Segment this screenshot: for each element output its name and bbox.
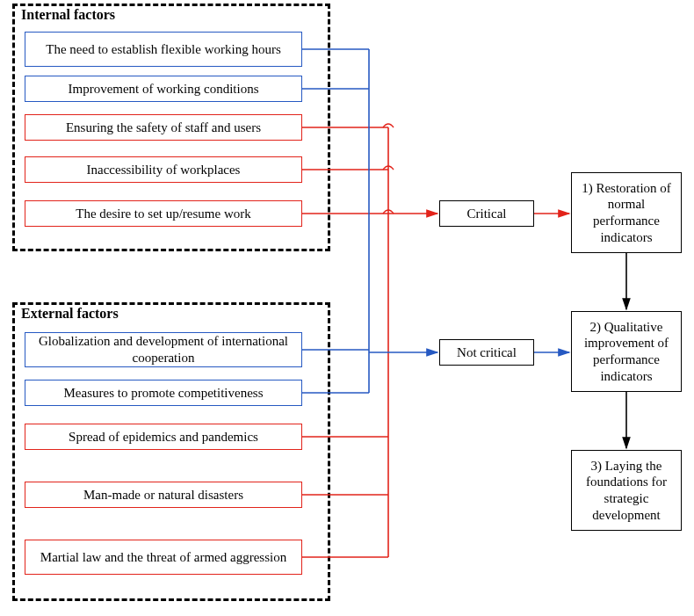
external-factor-3: Spread of epidemics and pandemics bbox=[25, 424, 302, 450]
outcome-1: 1) Restoration of normal performance ind… bbox=[571, 172, 682, 253]
internal-factor-1: The need to establish flexible working h… bbox=[25, 32, 302, 67]
external-factor-1: Globalization and development of interna… bbox=[25, 332, 302, 367]
internal-factor-4: Inaccessibility of workplaces bbox=[25, 156, 302, 183]
internal-factor-5: The desire to set up/resume work bbox=[25, 200, 302, 227]
outcome-2: 2) Qualitative improvement of performanc… bbox=[571, 311, 682, 392]
external-factor-5: Martial law and the threat of armed aggr… bbox=[25, 540, 302, 575]
internal-factor-2: Improvement of working conditions bbox=[25, 76, 302, 102]
external-factor-2: Measures to promote competitiveness bbox=[25, 380, 302, 406]
critical-box: Critical bbox=[439, 200, 534, 227]
internal-factor-3: Ensuring the safety of staff and users bbox=[25, 114, 302, 141]
external-factor-4: Man-made or natural disasters bbox=[25, 482, 302, 508]
outcome-3: 3) Laying the foundations for strategic … bbox=[571, 450, 682, 531]
not-critical-box: Not critical bbox=[439, 339, 534, 366]
